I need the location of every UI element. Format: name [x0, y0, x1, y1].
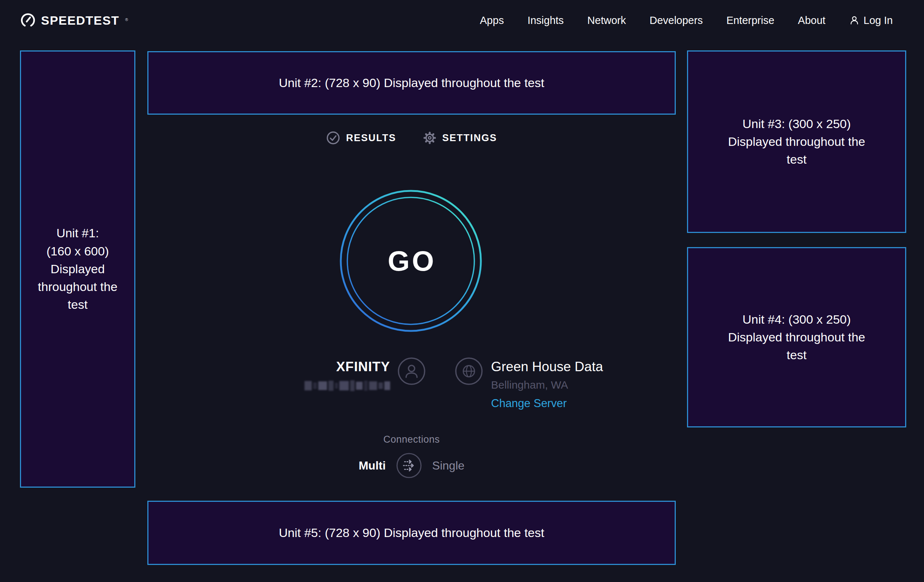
login-button[interactable]: Log In [849, 15, 893, 26]
ad-unit-4-text: Unit #4: (300 x 250) Displayed throughou… [720, 311, 873, 364]
connection-details: XFINITY [305, 357, 603, 410]
login-label: Log In [863, 15, 893, 26]
redacted-ip-address [305, 380, 390, 391]
speedometer-icon [20, 12, 36, 28]
go-button[interactable]: GO [340, 190, 482, 332]
isp-info: XFINITY [305, 357, 426, 391]
speedtest-page: SPEEDTEST ® Apps Insights Network Develo… [0, 0, 924, 582]
ad-unit-1[interactable]: Unit #1: (160 x 600) Displayed throughou… [20, 50, 135, 488]
connections-toggle: Multi Single [147, 452, 676, 478]
server-location: Bellingham, WA [491, 379, 568, 391]
settings-tab-label: SETTINGS [442, 132, 497, 144]
ad-unit-3[interactable]: Unit #3: (300 x 250) Displayed throughou… [687, 50, 906, 233]
top-nav: SPEEDTEST ® Apps Insights Network Develo… [0, 0, 924, 41]
multi-connection-icon[interactable] [396, 452, 422, 478]
results-settings-tabs: RESULTS [147, 130, 676, 145]
connections-single-label[interactable]: Single [432, 459, 465, 472]
nav-links: Apps Insights Network Developers Enterpr… [480, 15, 893, 26]
isp-user-icon [398, 357, 426, 385]
ad-unit-1-text: Unit #1: (160 x 600) Displayed throughou… [32, 224, 123, 313]
ad-unit-2[interactable]: Unit #2: (728 x 90) Displayed throughout… [147, 51, 676, 115]
ad-unit-5-text: Unit #5: (728 x 90) Displayed throughout… [279, 524, 544, 542]
nav-item-apps[interactable]: Apps [480, 15, 504, 26]
ad-unit-4[interactable]: Unit #4: (300 x 250) Displayed throughou… [687, 247, 906, 427]
ad-unit-2-text: Unit #2: (728 x 90) Displayed throughout… [279, 74, 544, 92]
tab-settings[interactable]: SETTINGS [422, 130, 497, 145]
nav-item-insights[interactable]: Insights [527, 15, 564, 26]
go-button-label: GO [340, 190, 482, 332]
check-circle-icon [326, 130, 340, 145]
server-info: Green House Data Bellingham, WA Change S… [455, 357, 603, 410]
ad-unit-3-text: Unit #3: (300 x 250) Displayed throughou… [720, 115, 873, 169]
nav-item-developers[interactable]: Developers [650, 15, 703, 26]
change-server-link[interactable]: Change Server [491, 397, 567, 410]
logo-trademark: ® [125, 17, 128, 22]
ad-unit-5[interactable]: Unit #5: (728 x 90) Displayed throughout… [147, 501, 676, 565]
nav-item-enterprise[interactable]: Enterprise [726, 15, 774, 26]
logo-text: SPEEDTEST [41, 13, 119, 28]
nav-item-about[interactable]: About [798, 15, 826, 26]
tab-results[interactable]: RESULTS [326, 130, 396, 145]
connections-multi-label[interactable]: Multi [358, 459, 386, 472]
gear-icon [422, 130, 437, 145]
user-icon [849, 15, 860, 26]
nav-item-network[interactable]: Network [587, 15, 626, 26]
globe-icon [455, 357, 483, 385]
isp-name: XFINITY [336, 359, 390, 374]
server-name: Green House Data [491, 359, 603, 374]
results-tab-label: RESULTS [346, 132, 396, 144]
speedtest-logo[interactable]: SPEEDTEST ® [20, 12, 128, 28]
connections-title: Connections [147, 434, 676, 445]
